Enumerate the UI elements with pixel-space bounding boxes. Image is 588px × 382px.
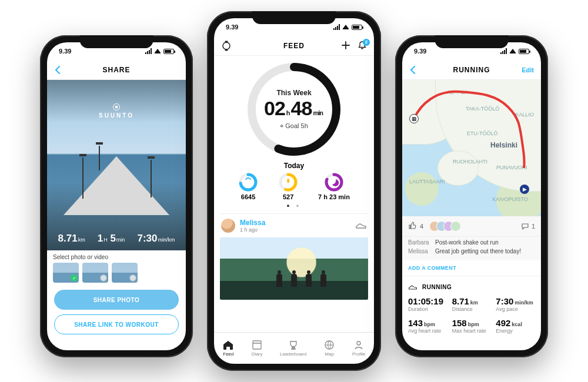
comment-button[interactable]: 1	[521, 222, 535, 230]
stat-value: 7:30	[496, 296, 513, 306]
avatar[interactable]	[221, 219, 235, 233]
svg-rect-2	[225, 49, 228, 51]
unselected-icon	[129, 274, 136, 282]
trophy-icon	[288, 340, 299, 350]
stat-label: Avg pace	[496, 306, 535, 312]
tab-leaderboard[interactable]: Leaderboard	[280, 340, 306, 357]
cta-column: SHARE PHOTO SHARE LINK TO WORKOUT	[47, 286, 186, 341]
svg-point-0	[223, 42, 230, 49]
running-shoe-icon	[355, 221, 367, 229]
duration-hours: 1	[98, 233, 103, 244]
route-map[interactable]: ALPPILA TAKA-TÖÖLÖ ETU-TÖÖLÖ RUOHOLAHTI …	[402, 80, 541, 216]
comment-author[interactable]: Barbara	[408, 238, 432, 247]
share-link-button[interactable]: SHARE LINK TO WORKOUT	[54, 314, 179, 334]
today-metrics: 6645 527 7 h 23 min	[214, 172, 374, 200]
liker-avatars[interactable]	[429, 221, 461, 232]
like-button[interactable]	[408, 222, 416, 231]
watch-button[interactable]	[221, 36, 232, 55]
route-end-marker: ▶	[520, 185, 529, 194]
svg-rect-10	[253, 341, 261, 349]
edit-button[interactable]: Edit	[522, 60, 534, 79]
stat-pace: 7:30min/km Avg pace	[496, 296, 535, 312]
notification-count: 2	[363, 39, 370, 46]
notch	[435, 35, 509, 48]
ring-goal: ⌖ Goal 5h	[280, 122, 308, 130]
stat-unit: kcal	[512, 321, 522, 327]
tab-profile[interactable]: Profile	[352, 340, 366, 357]
feed-card[interactable]: Melissa 1 h ago	[220, 213, 368, 300]
metric-sleep[interactable]: 7 h 23 min	[318, 172, 350, 200]
comment-row: Melissa Great job getting out there toda…	[408, 247, 535, 256]
screen-share: 9.39 SHARE SUUNTO 8.71km	[47, 42, 186, 350]
tab-diary[interactable]: Diary	[251, 340, 263, 357]
thumb-2[interactable]	[82, 263, 108, 283]
activity-badge: RUNNING	[402, 276, 541, 294]
stat-value: 492	[496, 318, 510, 328]
thumb-1[interactable]: ✓	[53, 263, 79, 283]
distance-value: 8.71	[58, 233, 78, 244]
notifications-button[interactable]: 2	[358, 41, 367, 51]
add-button[interactable]	[341, 41, 350, 51]
phone-share: 9.39 SHARE SUUNTO 8.71km	[40, 35, 193, 357]
feed-image[interactable]	[220, 237, 368, 300]
comment-count: 1	[532, 223, 535, 230]
overlay-stats: 8.71km 1H 5min 7:30min/km	[47, 233, 186, 244]
share-photo-preview[interactable]: SUUNTO 8.71km 1H 5min 7:30min/km	[47, 80, 186, 250]
tab-bar: Feed Diary Leaderboard Map Profile	[214, 332, 374, 364]
stat-distance: 8.71km	[58, 233, 85, 244]
stat-unit: bpm	[468, 321, 479, 327]
person-icon	[353, 340, 365, 350]
thumbs-up-icon	[408, 222, 416, 230]
stat-value: 8.71	[452, 296, 469, 306]
wifi-icon	[154, 49, 161, 53]
status-icons	[145, 48, 174, 54]
feed-time: 1 h ago	[240, 227, 265, 233]
map-label: KAIVOPUISTO	[492, 196, 528, 202]
ring-m-unit: min	[313, 109, 323, 116]
tab-map[interactable]: Map	[323, 340, 335, 357]
social-bar: 4 1	[402, 216, 541, 237]
map-label: LAUTTASAARI	[409, 179, 445, 185]
duration-h-unit: H	[103, 237, 108, 243]
phone-running: 9.39 RUNNING Edit ALPPILA TAKA-TÖÖLÖ ETU…	[395, 35, 548, 357]
feed-user-name[interactable]: Melissa	[240, 219, 265, 227]
notch	[80, 35, 153, 48]
stat-label: Avg heart rate	[408, 328, 447, 334]
tab-feed[interactable]: Feed	[222, 340, 234, 357]
status-icons	[333, 24, 362, 30]
metric-steps[interactable]: 6645	[238, 172, 258, 200]
like-count: 4	[420, 223, 423, 230]
stat-pace: 7:30min/km	[137, 233, 175, 244]
svg-point-12	[357, 341, 360, 345]
battery-icon	[519, 49, 529, 54]
plus-icon	[341, 41, 350, 50]
page-title: RUNNING	[453, 66, 490, 74]
comment-author[interactable]: Melissa	[408, 247, 432, 256]
stats-grid: 01:05:19 Duration 8.71km Distance 7:30mi…	[402, 294, 541, 340]
share-photo-button[interactable]: SHARE PHOTO	[54, 290, 179, 310]
selected-icon: ✓	[71, 274, 78, 282]
back-button[interactable]	[54, 60, 61, 79]
add-comment-button[interactable]: ADD A COMMENT	[402, 260, 541, 276]
stat-max-hr: 158bpm Max heart rate	[452, 318, 492, 334]
nav-header: RUNNING Edit	[402, 60, 541, 80]
pace-value: 7:30	[137, 233, 157, 244]
thumb-3[interactable]	[112, 263, 138, 283]
back-button[interactable]	[409, 60, 416, 79]
nav-header: FEED 2	[214, 36, 374, 56]
tab-leaderboard-label: Leaderboard	[280, 351, 306, 357]
pace-unit: min/km	[158, 237, 175, 243]
distance-unit: km	[78, 237, 85, 243]
page-title: SHARE	[102, 66, 130, 74]
feed-header: Melissa 1 h ago	[220, 214, 368, 237]
home-icon	[222, 340, 234, 350]
metric-calories[interactable]: 527	[278, 172, 298, 200]
brand-watermark: SUUNTO	[47, 103, 186, 119]
svg-rect-1	[225, 41, 228, 42]
page-dots[interactable]: ● ●	[214, 203, 374, 209]
calories-value: 527	[283, 193, 293, 200]
ring-label: This Week	[276, 89, 311, 97]
cell-signal-icon	[500, 48, 507, 54]
weekly-ring[interactable]: This Week 02h48min ⌖ Goal 5h	[214, 56, 374, 159]
comment-text: Great job getting out there today!	[435, 247, 521, 256]
